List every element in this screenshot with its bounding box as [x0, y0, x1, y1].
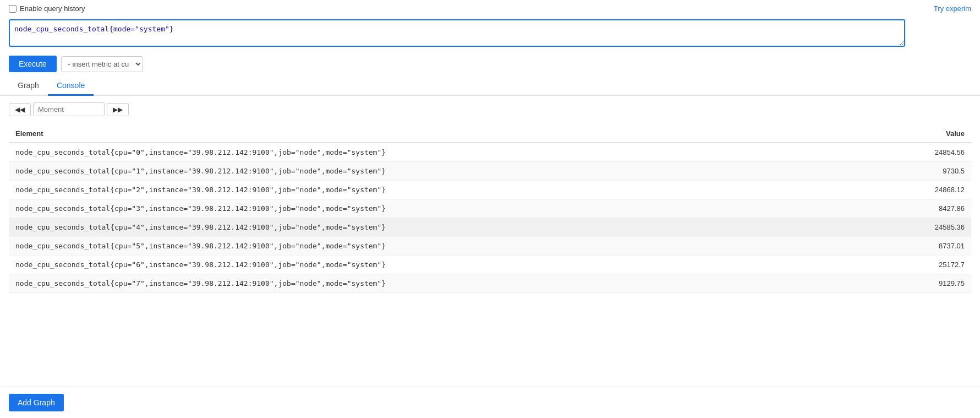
time-nav: ◀◀ ▶▶	[9, 102, 971, 116]
element-cell: node_cpu_seconds_total{cpu="5",instance=…	[9, 237, 874, 256]
top-bar: Enable query history Try experim	[0, 0, 980, 17]
value-column-header: Value	[874, 125, 971, 143]
add-graph-button[interactable]: Add Graph	[9, 394, 64, 411]
value-cell: 8737.01	[874, 237, 971, 256]
table-row: node_cpu_seconds_total{cpu="0",instance=…	[9, 143, 971, 162]
table-row: node_cpu_seconds_total{cpu="1",instance=…	[9, 162, 971, 181]
element-cell: node_cpu_seconds_total{cpu="2",instance=…	[9, 181, 874, 199]
add-graph-bar: Add Graph	[0, 387, 980, 418]
element-cell: node_cpu_seconds_total{cpu="7",instance=…	[9, 274, 874, 293]
query-area	[0, 17, 980, 51]
value-cell: 24854.56	[874, 143, 971, 162]
table-row: node_cpu_seconds_total{cpu="2",instance=…	[9, 181, 971, 199]
element-cell: node_cpu_seconds_total{cpu="0",instance=…	[9, 143, 874, 162]
value-cell: 25172.7	[874, 256, 971, 274]
table-row: node_cpu_seconds_total{cpu="3",instance=…	[9, 199, 971, 218]
table-row: node_cpu_seconds_total{cpu="7",instance=…	[9, 274, 971, 293]
value-cell: 9129.75	[874, 274, 971, 293]
value-cell: 24868.12	[874, 181, 971, 199]
enable-query-history-label[interactable]: Enable query history	[9, 4, 85, 13]
enable-query-history-checkbox[interactable]	[9, 5, 17, 13]
element-cell: node_cpu_seconds_total{cpu="3",instance=…	[9, 199, 874, 218]
results-table: Element Value node_cpu_seconds_total{cpu…	[9, 125, 971, 293]
enable-query-history-text: Enable query history	[20, 4, 85, 13]
element-cell: node_cpu_seconds_total{cpu="1",instance=…	[9, 162, 874, 181]
table-header-row: Element Value	[9, 125, 971, 143]
time-back-button[interactable]: ◀◀	[9, 103, 31, 116]
toolbar: Execute - insert metric at cu	[0, 51, 980, 77]
element-cell: node_cpu_seconds_total{cpu="6",instance=…	[9, 256, 874, 274]
try-experim-link[interactable]: Try experim	[934, 4, 971, 13]
moment-input[interactable]	[33, 102, 105, 116]
value-cell: 8427.86	[874, 199, 971, 218]
element-column-header: Element	[9, 125, 874, 143]
table-row: node_cpu_seconds_total{cpu="6",instance=…	[9, 256, 971, 274]
tab-graph[interactable]: Graph	[9, 77, 48, 96]
table-row: node_cpu_seconds_total{cpu="5",instance=…	[9, 237, 971, 256]
tab-console[interactable]: Console	[48, 77, 94, 96]
table-row: node_cpu_seconds_total{cpu="4",instance=…	[9, 218, 971, 237]
element-cell: node_cpu_seconds_total{cpu="4",instance=…	[9, 218, 874, 237]
value-cell: 9730.5	[874, 162, 971, 181]
query-input[interactable]	[9, 19, 905, 47]
execute-button[interactable]: Execute	[9, 56, 57, 72]
value-cell: 24585.36	[874, 218, 971, 237]
insert-metric-select[interactable]: - insert metric at cu	[61, 56, 143, 72]
time-forward-button[interactable]: ▶▶	[107, 103, 129, 116]
console-section: ◀◀ ▶▶ Element Value node_cpu_seconds_tot…	[0, 96, 980, 300]
tabs-container: Graph Console	[0, 77, 980, 96]
